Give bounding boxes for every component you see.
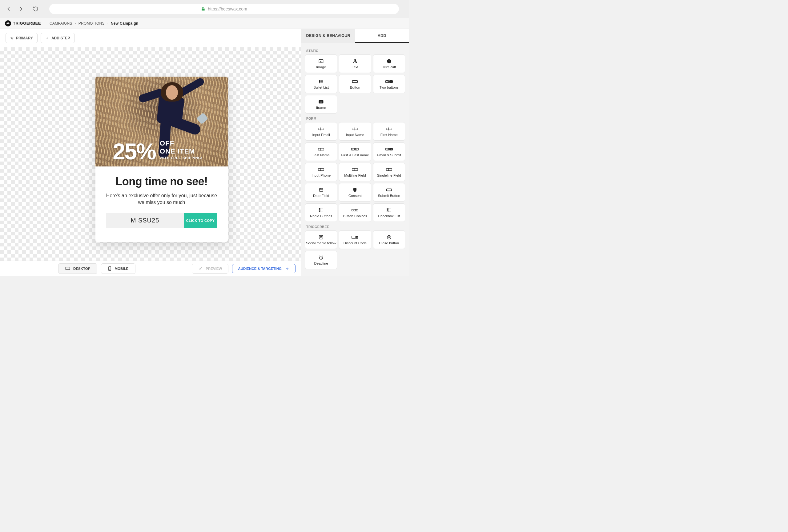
tile-label: Two buttons [379, 85, 399, 89]
discount-icon: % [352, 235, 358, 240]
tile-discount-code[interactable]: %Discount Code [339, 230, 371, 249]
external-link-icon [198, 266, 202, 271]
tile-label: Input Name [346, 133, 364, 137]
hero-line1: OFF [160, 139, 202, 147]
tile-input-email[interactable]: Input Email [305, 122, 337, 141]
tile-submit-button[interactable]: Submit Button [373, 183, 405, 202]
tile-social-media-follow[interactable]: Social media follow [305, 230, 337, 249]
tab-add[interactable]: ADD [355, 29, 409, 43]
tile-label: Date Field [313, 194, 329, 198]
tile-two-buttons[interactable]: NY Two buttons [373, 75, 405, 93]
svg-rect-0 [65, 267, 70, 269]
two-buttons-icon: NY [386, 79, 393, 84]
canvas[interactable]: 25% OFF ONE ITEM WITH FREE SHIPPING! Lon… [0, 47, 301, 261]
button-choices-icon [352, 208, 358, 212]
crumb-promotions[interactable]: PROMOTIONS [78, 21, 105, 25]
svg-point-42 [320, 236, 322, 238]
svg-text:S: S [391, 148, 392, 150]
tile-radio-buttons[interactable]: Radio Buttons [305, 203, 337, 222]
nav-reload-button[interactable] [32, 5, 40, 13]
hero-line3: WITH FREE SHIPPING! [160, 156, 202, 160]
tile-label: First & Last name [341, 153, 369, 157]
browser-chrome: https://beeswax.com [0, 0, 409, 18]
hero-line2: ONE ITEM [160, 147, 202, 156]
svg-text:%: % [356, 236, 358, 238]
text-icon: A [353, 59, 357, 64]
close-icon [387, 235, 392, 240]
address-bar[interactable]: https://beeswax.com [49, 4, 399, 14]
tile-checkbox-list[interactable]: Checkbox List [373, 203, 405, 222]
nav-forward-button[interactable] [17, 5, 25, 13]
tile-label: Input Phone [312, 173, 331, 177]
hero-overlay-text: 25% OFF ONE ITEM WITH FREE SHIPPING! [95, 139, 228, 162]
device-desktop-button[interactable]: DESKTOP [58, 263, 97, 274]
tile-button[interactable]: Button [339, 75, 371, 93]
tile-first-last-name[interactable]: FLFirst & Last name [339, 142, 371, 161]
chevron-right-icon: › [75, 21, 76, 25]
nav-back-button[interactable] [4, 5, 13, 13]
hero-percent: 25% [113, 142, 155, 162]
popup-headline[interactable]: Long time no see! [106, 175, 217, 188]
tile-input-phone[interactable]: Input Phone [305, 163, 337, 181]
svg-rect-28 [318, 168, 324, 170]
tab-design-behaviour[interactable]: DESIGN & BEHAVIOUR [301, 29, 355, 43]
group-label-triggerbee: TRIGGERBEE [305, 222, 405, 230]
tile-label: Checkbox List [378, 214, 400, 218]
panel-body[interactable]: STATIC Image A Text T Text Puff Bullet L… [301, 43, 409, 276]
first-name-icon [386, 126, 392, 131]
tile-label: Consent [349, 194, 362, 198]
tile-button-choices[interactable]: Button Choices [339, 203, 371, 222]
tile-date-field[interactable]: Date Field [305, 183, 337, 202]
tile-text[interactable]: A Text [339, 55, 371, 73]
svg-text:N: N [387, 81, 388, 82]
popup-subline[interactable]: Here's an exclusive offer only for you, … [106, 192, 217, 206]
mobile-label: MOBILE [115, 267, 129, 270]
tile-label: Submit Button [378, 194, 400, 198]
popup-preview[interactable]: 25% OFF ONE ITEM WITH FREE SHIPPING! Lon… [95, 77, 228, 242]
preview-button[interactable]: PREVIEW [192, 264, 229, 273]
tile-iframe[interactable]: <> Iframe [305, 95, 337, 114]
tile-first-name[interactable]: First Name [373, 122, 405, 141]
tile-last-name[interactable]: Last Name [305, 142, 337, 161]
copy-code-button[interactable]: CLICK TO COPY [184, 213, 217, 228]
email-submit-icon: ES [386, 147, 393, 152]
svg-rect-31 [319, 188, 323, 191]
svg-rect-17 [352, 128, 358, 129]
tile-label: Button Choices [343, 214, 367, 218]
logo[interactable]: ✴ TRIGGERBEE [5, 20, 41, 26]
editor-footer: DESKTOP MOBILE PREVIEW AUDIENCE & TARGET… [0, 261, 301, 276]
primary-step-button[interactable]: ★ PRIMARY [5, 33, 38, 43]
logo-text: TRIGGERBEE [13, 21, 41, 25]
svg-text:F: F [353, 148, 354, 150]
chevron-right-icon: › [107, 21, 109, 25]
tile-multiline-field[interactable]: Multiline Field [339, 163, 371, 181]
logo-icon: ✴ [5, 20, 11, 26]
tile-close-button[interactable]: Close button [373, 230, 405, 249]
tile-text-puff[interactable]: T Text Puff [373, 55, 405, 73]
tile-image[interactable]: Image [305, 55, 337, 73]
crumb-campaigns[interactable]: CAMPAIGNS [50, 21, 72, 25]
svg-point-6 [319, 80, 320, 81]
tile-input-name[interactable]: Input Name [339, 122, 371, 141]
device-mobile-button[interactable]: MOBILE [101, 263, 135, 274]
tile-bullet-list[interactable]: Bullet List [305, 75, 337, 93]
panel-tabs: DESIGN & BEHAVIOUR ADD [301, 29, 409, 43]
tile-deadline[interactable]: Deadline [305, 251, 337, 269]
discount-code-value[interactable]: MISSU25 [106, 213, 184, 228]
tile-label: Singleline Field [377, 173, 401, 177]
add-step-label: ADD STEP [52, 36, 70, 40]
tile-label: Input Email [312, 133, 330, 137]
submit-button-icon [386, 187, 392, 192]
popup-body: Long time no see! Here's an exclusive of… [95, 166, 228, 242]
svg-point-35 [319, 210, 320, 211]
tile-singleline-field[interactable]: Singleline Field [373, 163, 405, 181]
svg-rect-9 [352, 80, 358, 82]
add-step-button[interactable]: ＋ ADD STEP [41, 33, 75, 43]
tile-email-submit[interactable]: ESEmail & Submit [373, 142, 405, 161]
tile-consent[interactable]: Consent [339, 183, 371, 202]
multiline-icon [352, 167, 358, 172]
tile-label: Iframe [316, 106, 326, 109]
audience-targeting-button[interactable]: AUDIENCE & TARGETING [232, 264, 296, 273]
svg-rect-18 [386, 128, 392, 129]
preview-label: PREVIEW [205, 267, 222, 270]
